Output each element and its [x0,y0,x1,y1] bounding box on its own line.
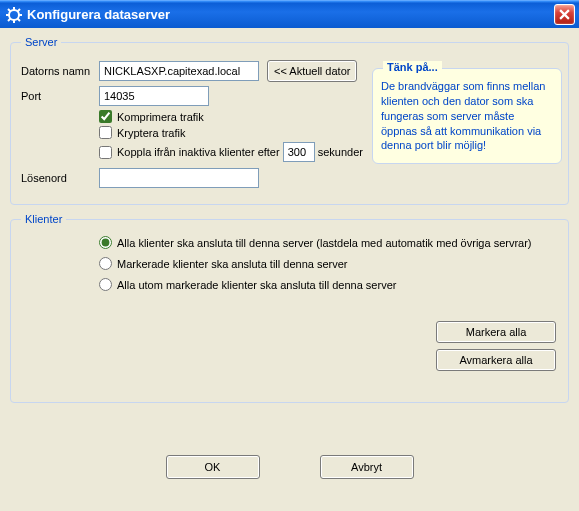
computer-name-input[interactable] [99,61,259,81]
app-gear-icon [6,7,22,23]
hint-box: Tänk på... De brandväggar som finns mell… [372,68,562,164]
svg-line-6 [18,18,21,21]
clients-radio-marked[interactable] [99,257,112,270]
password-label: Lösenord [21,172,99,184]
hint-legend: Tänk på... [383,61,442,73]
compress-checkbox[interactable] [99,110,112,123]
clients-radio-except-label[interactable]: Alla utom markerade klienter ska ansluta… [117,279,396,291]
password-input[interactable] [99,168,259,188]
klienter-group: Klienter Alla klienter ska ansluta till … [10,213,569,403]
current-computer-button[interactable]: << Aktuell dator [267,60,357,82]
disconnect-label-suffix: sekunder [318,146,363,158]
mark-all-button[interactable]: Markera alla [436,321,556,343]
clients-radio-all[interactable] [99,236,112,249]
port-label: Port [21,90,99,102]
window-title: Konfigurera dataserver [27,7,170,22]
unmark-all-button[interactable]: Avmarkera alla [436,349,556,371]
ok-button[interactable]: OK [166,455,260,479]
disconnect-checkbox[interactable] [99,146,112,159]
encrypt-checkbox[interactable] [99,126,112,139]
computer-name-label: Datorns namn [21,65,99,77]
disconnect-label-prefix[interactable]: Koppla ifrån inaktiva klienter efter [117,146,280,158]
close-button[interactable] [554,4,575,25]
encrypt-label[interactable]: Kryptera trafik [117,127,185,139]
titlebar: Konfigurera dataserver [0,0,579,28]
server-legend: Server [21,36,61,48]
dialog-footer: OK Avbryt [10,455,569,479]
svg-line-7 [18,9,21,12]
clients-radio-except[interactable] [99,278,112,291]
clients-radio-marked-label[interactable]: Markerade klienter ska ansluta till denn… [117,258,348,270]
hint-text: De brandväggar som finns mellan klienten… [381,79,553,153]
svg-line-8 [8,18,11,21]
compress-label[interactable]: Komprimera trafik [117,111,204,123]
svg-line-5 [8,9,11,12]
cancel-button[interactable]: Avbryt [320,455,414,479]
clients-radio-all-label[interactable]: Alla klienter ska ansluta till denna ser… [117,237,532,249]
server-group: Server Datorns namn << Aktuell dator Por… [10,36,569,205]
disconnect-timeout-input[interactable] [283,142,315,162]
close-icon [559,9,570,20]
port-input[interactable] [99,86,209,106]
klienter-legend: Klienter [21,213,66,225]
